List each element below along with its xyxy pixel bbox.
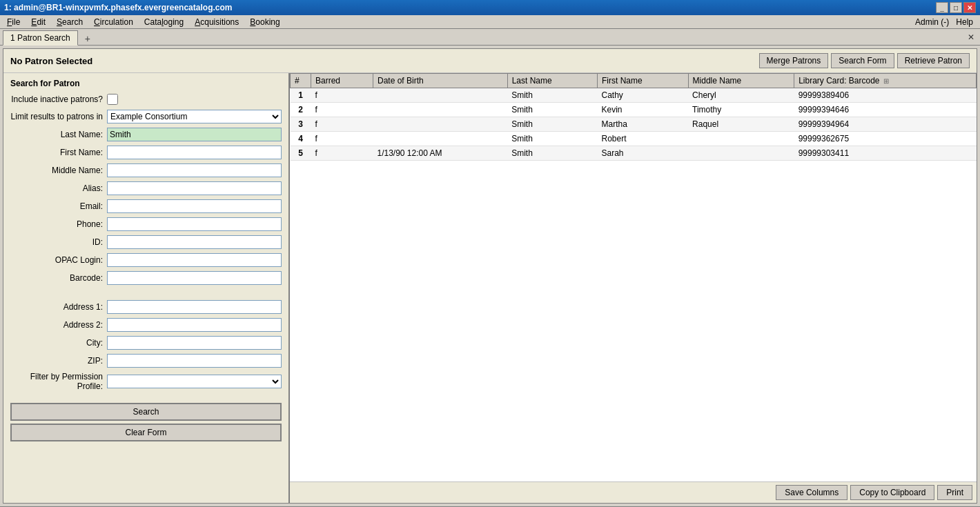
cell-lastname: Smith [507, 146, 597, 161]
menu-booking[interactable]: Booking [244, 16, 285, 28]
menu-search[interactable]: Search [51, 16, 88, 28]
tab-add-button[interactable]: + [79, 32, 96, 46]
cell-barcode: 99999394646 [794, 103, 977, 117]
admin-label[interactable]: Admin (-) [915, 17, 949, 27]
barcode-input[interactable] [107, 271, 282, 285]
cell-lastname: Smith [507, 132, 597, 146]
form-buttons: Search Clear Form [3, 399, 288, 446]
title-bar: 1: admin@BR1-winxpvmfx.phasefx.evergreen… [0, 0, 980, 15]
results-tbody: 1fSmithCathyCheryl999993894062fSmithKevi… [291, 88, 977, 161]
tab-close-button[interactable]: ✕ [968, 32, 977, 42]
city-input[interactable] [107, 336, 282, 350]
col-lastname[interactable]: Last Name [507, 74, 597, 88]
cell-middlename: Cheryl [688, 88, 794, 103]
print-button[interactable]: Print [937, 485, 972, 500]
menu-file[interactable]: File [1, 16, 26, 28]
opac-login-input[interactable] [107, 253, 282, 267]
first-name-input[interactable] [107, 146, 282, 159]
id-input[interactable] [107, 235, 282, 249]
search-button[interactable]: Search [10, 403, 282, 421]
window-title: 1: admin@BR1-winxpvmfx.phasefx.evergreen… [4, 3, 936, 12]
opac-login-row: OPAC Login: [3, 251, 288, 269]
table-row[interactable]: 2fSmithKevinTimothy99999394646 [291, 103, 977, 117]
table-row[interactable]: 4fSmithRobert99999362675 [291, 132, 977, 146]
retrieve-patron-button[interactable]: Retrieve Patron [897, 53, 970, 68]
merge-patrons-button[interactable]: Merge Patrons [759, 53, 829, 68]
cell-num: 1 [291, 88, 311, 103]
cell-barred: f [311, 117, 373, 132]
col-dob[interactable]: Date of Birth [373, 74, 507, 88]
menu-acquisitions[interactable]: Acquisitions [189, 16, 244, 28]
table-row[interactable]: 3fSmithMarthaRaquel99999394964 [291, 117, 977, 132]
phone-label: Phone: [10, 219, 107, 229]
results-table-wrapper[interactable]: # Barred Date of Birth Last Name First N… [290, 73, 977, 481]
bottom-bar: Save Columns Copy to Clipboard Print [290, 481, 977, 503]
no-patron-label: No Patron Selected [10, 56, 759, 66]
phone-row: Phone: [3, 215, 288, 233]
cell-barcode: 99999394964 [794, 117, 977, 132]
cell-dob [373, 132, 507, 146]
first-name-label: First Name: [10, 148, 107, 157]
last-name-input[interactable] [107, 128, 282, 141]
col-num[interactable]: # [291, 74, 311, 88]
table-header-row: # Barred Date of Birth Last Name First N… [291, 74, 977, 88]
col-barred[interactable]: Barred [311, 74, 373, 88]
cell-num: 3 [291, 117, 311, 132]
tab-patron-search[interactable]: 1 Patron Search [3, 30, 78, 46]
menu-bar: File Edit Search Circulation Cataloging … [0, 15, 980, 29]
menu-edit[interactable]: Edit [26, 16, 51, 28]
last-name-label: Last Name: [10, 130, 107, 139]
col-middlename[interactable]: Middle Name [688, 74, 794, 88]
limit-results-select[interactable]: Example Consortium [107, 110, 282, 123]
search-panel-title: Search for Patron [3, 73, 288, 91]
alias-input[interactable] [107, 181, 282, 195]
address1-input[interactable] [107, 300, 282, 314]
search-form-button[interactable]: Search Form [831, 53, 894, 68]
close-window-button[interactable]: ✕ [963, 2, 976, 13]
middle-name-label: Middle Name: [10, 166, 107, 175]
city-row: City: [3, 334, 288, 352]
filter-profile-select[interactable] [107, 375, 282, 388]
table-row[interactable]: 1fSmithCathyCheryl99999389406 [291, 88, 977, 103]
cell-barred: f [311, 88, 373, 103]
menu-cataloging[interactable]: Cataloging [139, 16, 189, 28]
email-row: Email: [3, 197, 288, 215]
cell-barcode: 99999362675 [794, 132, 977, 146]
include-inactive-label: Include inactive patrons? [10, 95, 107, 104]
include-inactive-row: Include inactive patrons? [3, 91, 288, 108]
zip-input[interactable] [107, 354, 282, 368]
admin-area: Admin (-) Help [915, 17, 979, 27]
save-columns-button[interactable]: Save Columns [776, 485, 847, 500]
maximize-button[interactable]: □ [950, 2, 962, 13]
header-buttons: Merge Patrons Search Form Retrieve Patro… [759, 53, 970, 68]
address2-input[interactable] [107, 318, 282, 332]
cell-middlename: Raquel [688, 117, 794, 132]
cell-num: 2 [291, 103, 311, 117]
cell-firstname: Cathy [598, 88, 689, 103]
col-barcode[interactable]: Library Card: Barcode ⊞ [794, 74, 977, 88]
col-firstname[interactable]: First Name [598, 74, 689, 88]
copy-clipboard-button[interactable]: Copy to Clipboard [850, 485, 934, 500]
cell-barcode: 99999389406 [794, 88, 977, 103]
address1-row: Address 1: [3, 298, 288, 316]
cell-lastname: Smith [507, 88, 597, 103]
middle-name-input[interactable] [107, 163, 282, 177]
search-panel: Search for Patron Include inactive patro… [3, 73, 290, 503]
table-row[interactable]: 5f1/13/90 12:00 AMSmithSarah99999303411 [291, 146, 977, 161]
id-row: ID: [3, 233, 288, 251]
content-body: Search for Patron Include inactive patro… [3, 73, 977, 503]
phone-input[interactable] [107, 217, 282, 231]
window-controls: _ □ ✕ [936, 2, 976, 13]
help-label[interactable]: Help [956, 17, 973, 27]
cell-dob: 1/13/90 12:00 AM [373, 146, 507, 161]
minimize-button[interactable]: _ [936, 2, 948, 13]
last-name-row: Last Name: [3, 126, 288, 143]
email-input[interactable] [107, 199, 282, 213]
include-inactive-checkbox[interactable] [107, 94, 118, 105]
cell-barred: f [311, 103, 373, 117]
address1-label: Address 1: [10, 302, 107, 312]
zip-label: ZIP: [10, 356, 107, 366]
menu-circulation[interactable]: Circulation [88, 16, 139, 28]
clear-form-button[interactable]: Clear Form [10, 424, 282, 441]
address2-label: Address 2: [10, 320, 107, 330]
